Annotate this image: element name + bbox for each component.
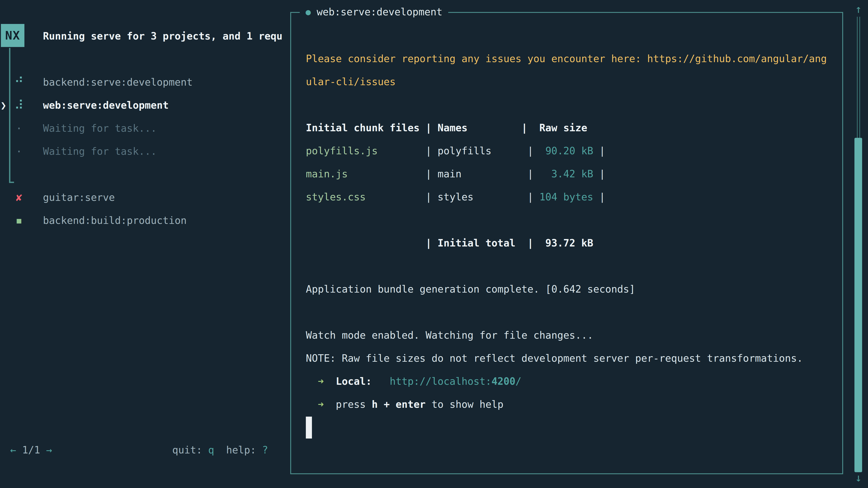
text-segment: NOTE: Raw file sizes do not reflect deve… [306, 352, 803, 364]
scrollbar-track[interactable] [857, 17, 860, 139]
text-segment: | main | [348, 168, 551, 180]
terminal-output-line: ➜ press h + enter to show help [306, 393, 503, 416]
help-hint-key: ? [262, 444, 268, 456]
scroll-up-arrow-icon[interactable]: ↑ [851, 2, 866, 16]
text-segment: Watch mode enabled. Watching for file ch… [306, 329, 593, 341]
spinner-icon: ⠚ [10, 71, 28, 94]
task-row[interactable]: ·Waiting for task... [0, 140, 289, 163]
local-url-slash[interactable]: / [515, 376, 522, 387]
text-segment: Please consider reporting any issues you… [306, 53, 827, 64]
text-segment: Local: [336, 376, 372, 387]
text-segment: to show help [426, 398, 503, 410]
task-label: guitar:serve [43, 186, 115, 209]
spinner-icon: ⠼ [10, 94, 28, 117]
task-label: backend:build:production [43, 209, 187, 232]
task-label: Waiting for task... [43, 140, 157, 163]
arrow-icon: ➜ [306, 376, 336, 387]
terminal-output-line: polyfills.js | polyfills | 90.20 kB | [306, 139, 605, 162]
text-segment: | [593, 168, 605, 180]
terminal-output-line: styles.css | styles | 104 bytes | [306, 186, 605, 208]
pager-prev-arrow-icon[interactable]: ← [10, 444, 16, 456]
task-label: Waiting for task... [43, 117, 157, 140]
text-segment: press [336, 398, 372, 410]
terminal-output-line: Initial chunk files | Names | Raw size [306, 116, 587, 139]
text-segment: 104 bytes [539, 191, 593, 203]
text-segment: | [593, 145, 605, 157]
local-url-link[interactable]: http://localhost: [390, 376, 491, 387]
terminal-output-line: Please consider reporting any issues you… [306, 47, 827, 70]
terminal-cursor [306, 417, 312, 438]
text-segment: ular-cli/issues [306, 76, 396, 88]
nx-logo: NX [1, 24, 24, 47]
help-hint-label: help: [226, 444, 262, 456]
local-url-port[interactable]: 4200 [491, 376, 515, 387]
bullet-icon: · [10, 140, 28, 163]
terminal-output-line: ➜ Local: http://localhost:4200/ [306, 370, 522, 393]
text-segment: 90.20 kB [546, 145, 593, 157]
status-dot-icon: ● [306, 5, 311, 19]
quit-hint-label: quit: [172, 444, 208, 456]
pager-next-arrow-icon[interactable]: → [46, 444, 52, 456]
sidebar-bottom-bar: ← 1/1 → quit: q help: ? [10, 438, 268, 462]
task-row[interactable]: ·Waiting for task... [0, 117, 289, 140]
text-segment: | styles | [366, 191, 539, 203]
arrow-icon: ➜ [306, 398, 336, 410]
terminal-output-line: | Initial total | 93.72 kB [306, 232, 593, 255]
task-row[interactable]: ❯⠼web:serve:development [0, 94, 289, 117]
square-icon: ■ [10, 209, 28, 232]
terminal-output-line: NOTE: Raw file sizes do not reflect deve… [306, 347, 803, 370]
pager: ← 1/1 → [10, 438, 52, 462]
terminal-output-line: main.js | main | 3.42 kB | [306, 162, 605, 186]
task-row[interactable]: ■backend:build:production [0, 209, 289, 232]
text-segment: | polyfills | [378, 145, 546, 157]
task-label: backend:serve:development [43, 71, 193, 94]
text-segment: polyfills.js [306, 145, 378, 157]
output-panel-title: web:serve:development [317, 5, 442, 19]
tasks-header-title: Running serve for 3 projects, and 1 requ [43, 25, 283, 48]
task-tree-corner [9, 182, 14, 183]
key-hints: quit: q help: ? [172, 438, 268, 462]
text-segment: | Initial total | 93.72 kB [306, 237, 593, 249]
text-segment: Application bundle generation complete. … [306, 283, 635, 295]
selected-chevron-icon: ❯ [0, 94, 6, 117]
scrollbar-thumb[interactable] [855, 138, 862, 472]
nx-tui-terminal: NX Running serve for 3 projects, and 1 r… [0, 0, 868, 488]
pager-label: 1/1 [16, 444, 46, 456]
text-segment: styles.css [306, 191, 366, 203]
cross-icon: ✘ [10, 186, 28, 209]
text-segment: main.js [306, 168, 348, 180]
task-label: web:serve:development [43, 94, 168, 117]
terminal-output-line: Watch mode enabled. Watching for file ch… [306, 324, 593, 347]
quit-hint-key: q [208, 444, 214, 456]
task-row[interactable]: ⠚backend:serve:development [0, 71, 289, 94]
terminal-output-line: ular-cli/issues [306, 70, 396, 93]
text-segment: | [593, 191, 605, 203]
bullet-icon: · [10, 117, 28, 140]
terminal-output-line: Application bundle generation complete. … [306, 278, 635, 301]
task-row[interactable]: ✘guitar:serve [0, 186, 289, 209]
text-segment: 3.42 kB [551, 168, 593, 180]
scroll-down-arrow-icon[interactable]: ↓ [851, 470, 866, 485]
text-segment [372, 376, 390, 387]
text-segment: Initial chunk files | Names | Raw size [306, 122, 587, 133]
text-segment: h + enter [372, 398, 426, 410]
output-panel-header: ● web:serve:development [300, 5, 448, 19]
